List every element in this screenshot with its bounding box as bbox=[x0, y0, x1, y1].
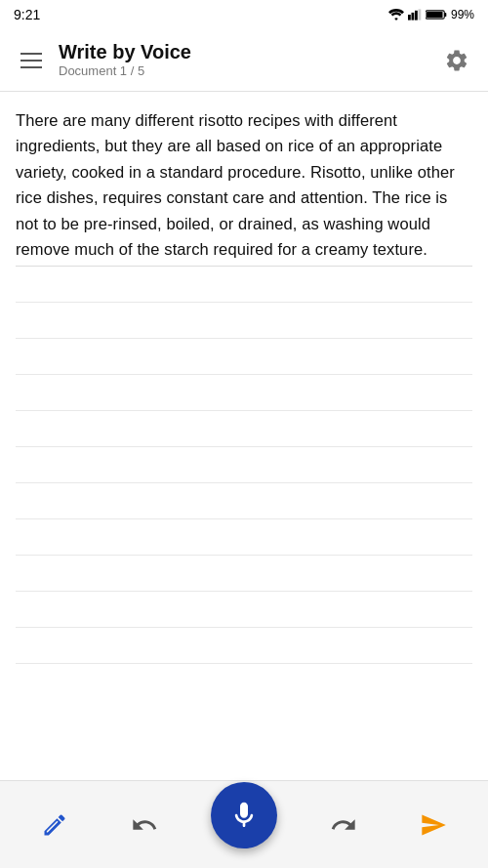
toolbar-title-area: Write by Voice Document 1 / 5 bbox=[59, 40, 437, 80]
empty-line-9 bbox=[16, 556, 472, 592]
edit-icon bbox=[41, 811, 68, 839]
svg-rect-5 bbox=[444, 13, 446, 17]
hamburger-line-3 bbox=[20, 66, 42, 68]
send-button[interactable] bbox=[410, 802, 457, 848]
status-icons: 99% bbox=[388, 8, 474, 21]
send-icon bbox=[420, 811, 447, 839]
settings-button[interactable] bbox=[437, 41, 476, 80]
document-subtitle: Document 1 / 5 bbox=[59, 63, 437, 80]
redo-icon bbox=[330, 811, 357, 839]
empty-line-3 bbox=[16, 339, 472, 375]
hamburger-line-2 bbox=[20, 60, 42, 62]
undo-button[interactable] bbox=[121, 802, 168, 848]
edit-button[interactable] bbox=[31, 802, 78, 848]
microphone-icon bbox=[228, 800, 260, 831]
wifi-icon bbox=[388, 9, 404, 21]
app-title: Write by Voice bbox=[59, 40, 437, 63]
empty-line-4 bbox=[16, 375, 472, 411]
undo-icon bbox=[131, 811, 158, 839]
bottom-toolbar bbox=[0, 780, 488, 868]
status-bar: 9:21 99% bbox=[0, 0, 488, 29]
hamburger-menu-button[interactable] bbox=[12, 41, 51, 80]
empty-line-8 bbox=[16, 519, 472, 556]
battery-text: 99% bbox=[451, 8, 474, 21]
toolbar: Write by Voice Document 1 / 5 bbox=[0, 29, 488, 92]
empty-line-2 bbox=[16, 303, 472, 339]
svg-rect-0 bbox=[408, 15, 411, 21]
svg-rect-1 bbox=[411, 13, 414, 21]
main-content: There are many different risotto recipes… bbox=[0, 92, 488, 868]
empty-line-6 bbox=[16, 447, 472, 483]
redo-button[interactable] bbox=[320, 802, 367, 848]
document-text[interactable]: There are many different risotto recipes… bbox=[16, 107, 472, 267]
status-time: 9:21 bbox=[14, 7, 40, 22]
empty-line-7 bbox=[16, 483, 472, 519]
document-content-area: There are many different risotto recipes… bbox=[0, 92, 488, 664]
svg-rect-6 bbox=[427, 12, 443, 18]
app-container: 9:21 99% bbox=[0, 0, 488, 868]
battery-icon bbox=[426, 9, 447, 21]
empty-line-10 bbox=[16, 592, 472, 628]
empty-line-5 bbox=[16, 411, 472, 447]
empty-line-11 bbox=[16, 628, 472, 664]
microphone-button[interactable] bbox=[211, 782, 277, 848]
lined-document: There are many different risotto recipes… bbox=[16, 107, 472, 664]
empty-line-1 bbox=[16, 267, 472, 303]
gear-icon bbox=[444, 48, 469, 73]
hamburger-line-1 bbox=[20, 53, 42, 55]
svg-rect-2 bbox=[415, 11, 418, 21]
signal-icon bbox=[408, 9, 422, 21]
svg-rect-3 bbox=[418, 9, 421, 20]
